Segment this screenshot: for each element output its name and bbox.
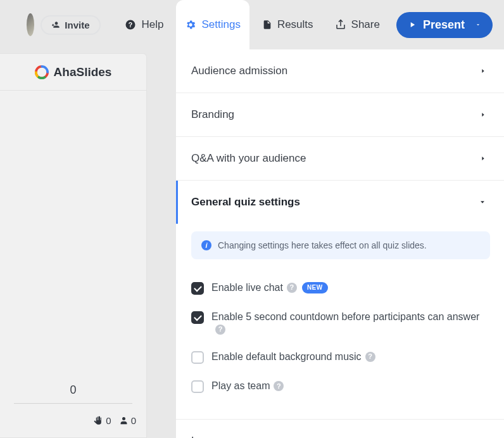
slide-list — [0, 91, 146, 382]
present-label: Present — [423, 18, 465, 32]
settings-nav[interactable]: Settings — [176, 0, 249, 49]
checkbox-live-chat[interactable] — [191, 282, 204, 295]
results-nav[interactable]: Results — [253, 0, 322, 49]
present-button[interactable]: Present — [396, 12, 493, 38]
share-icon — [335, 19, 346, 30]
section-label: Q&A with your audience — [191, 152, 306, 165]
checkbox-team[interactable] — [191, 380, 204, 393]
section-label: Audience admission — [191, 65, 287, 77]
chevron-right-icon — [480, 111, 486, 119]
help-label: Help — [141, 18, 163, 31]
option-music: Enable default background music ? — [191, 342, 490, 371]
option-team: Play as team ? — [191, 371, 490, 401]
chevron-right-icon — [480, 155, 486, 162]
help-icon[interactable]: ? — [287, 283, 297, 293]
settings-panel: Audience admission Branding Q&A with you… — [176, 49, 504, 438]
section-language[interactable]: Language — [176, 420, 504, 438]
file-icon — [262, 19, 272, 30]
share-label: Share — [351, 18, 380, 31]
raise-count: 0 — [106, 415, 111, 426]
invite-button[interactable]: Invite — [41, 15, 101, 35]
help-nav[interactable]: ? Help — [116, 0, 172, 49]
add-user-icon — [52, 20, 61, 29]
help-icon[interactable]: ? — [274, 381, 284, 391]
raise-hand-stat: 0 — [94, 415, 111, 426]
checkbox-countdown[interactable] — [191, 311, 204, 324]
info-icon: i — [201, 240, 211, 250]
checkbox-music[interactable] — [191, 351, 204, 364]
avatar[interactable] — [27, 13, 34, 36]
section-general-quiz[interactable]: General quiz settings — [176, 181, 504, 224]
section-audience-admission[interactable]: Audience admission — [176, 49, 504, 93]
brand-header: AhaSlides — [0, 54, 146, 91]
play-icon — [408, 20, 417, 29]
chevron-down-icon — [479, 199, 486, 205]
help-icon[interactable]: ? — [365, 352, 375, 362]
gear-icon — [185, 19, 196, 30]
new-badge: NEW — [302, 282, 328, 293]
svg-point-2 — [122, 417, 125, 420]
section-branding[interactable]: Branding — [176, 93, 504, 137]
people-stat: 0 — [119, 415, 136, 426]
topbar: Invite ? Help Settings Results Share Pre… — [0, 0, 504, 49]
ahaslides-logo-icon — [35, 65, 49, 79]
results-label: Results — [277, 18, 313, 31]
option-label: Enable live chat — [211, 281, 283, 295]
info-bar: i Changing settings here takes effect on… — [191, 231, 490, 259]
help-icon: ? — [125, 19, 136, 30]
section-label: General quiz settings — [191, 196, 300, 209]
section-label: Language — [191, 435, 239, 438]
hand-icon — [94, 416, 103, 425]
chevron-right-icon — [480, 67, 486, 75]
info-text: Changing settings here takes effect on a… — [218, 240, 427, 250]
people-count: 0 — [131, 415, 136, 426]
section-label: Branding — [191, 108, 234, 121]
option-countdown: Enable 5 second countdown before partici… — [191, 302, 490, 342]
share-nav[interactable]: Share — [326, 0, 389, 49]
section-qa[interactable]: Q&A with your audience — [176, 137, 504, 181]
help-icon[interactable]: ? — [215, 325, 225, 335]
option-label: Play as team — [211, 379, 270, 393]
option-label: Enable 5 second countdown before partici… — [211, 310, 479, 324]
general-quiz-body: i Changing settings here takes effect on… — [176, 224, 504, 420]
settings-label: Settings — [201, 18, 240, 31]
chevron-down-icon — [475, 22, 481, 28]
left-panel: AhaSlides 0 0 0 — [0, 53, 147, 438]
option-live-chat: Enable live chat ? NEW — [191, 273, 490, 302]
invite-label: Invite — [65, 20, 89, 30]
svg-text:?: ? — [129, 21, 132, 29]
option-label: Enable default background music — [211, 350, 362, 364]
brand-name: AhaSlides — [54, 65, 112, 79]
slide-count: 0 — [14, 382, 132, 404]
person-icon — [119, 416, 129, 425]
left-footer: 0 0 — [0, 404, 146, 437]
